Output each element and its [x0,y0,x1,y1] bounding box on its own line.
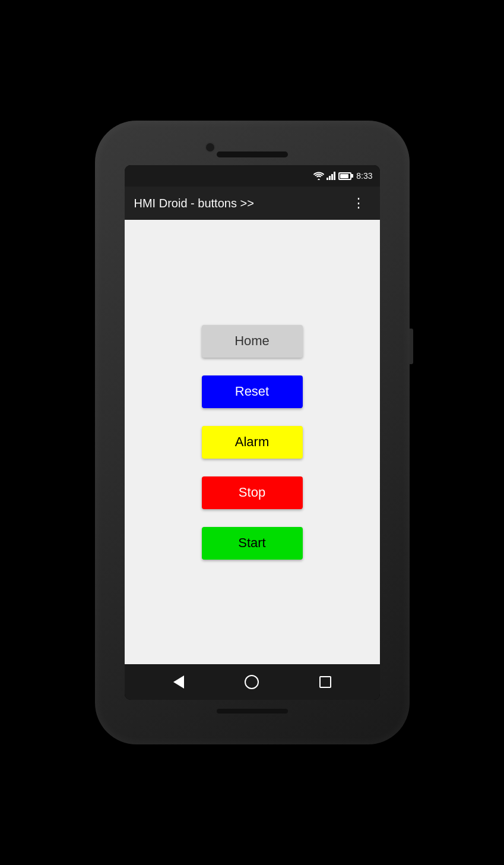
reset-button[interactable]: Reset [202,375,303,408]
start-button[interactable]: Start [202,527,303,560]
back-nav-button[interactable] [168,671,189,693]
status-bar: 8:33 [125,165,380,187]
battery-icon [338,172,351,180]
wifi-icon [313,172,324,180]
back-triangle-icon [173,675,184,689]
recents-square-icon [319,676,331,688]
home-circle-icon [245,675,259,689]
home-button[interactable]: Home [202,325,303,358]
alarm-button[interactable]: Alarm [202,426,303,459]
app-bar: HMI Droid - buttons >> ⋮ [125,187,380,220]
signal-icon [327,172,336,180]
main-content: Home Reset Alarm Stop Start [125,220,380,664]
phone-device: 8:33 HMI Droid - buttons >> ⋮ Home Reset… [95,121,410,744]
phone-screen: 8:33 HMI Droid - buttons >> ⋮ Home Reset… [125,165,380,700]
status-time: 8:33 [356,171,372,181]
home-nav-button[interactable] [241,671,262,693]
stop-button[interactable]: Stop [202,476,303,509]
svg-rect-0 [327,178,328,180]
front-camera [205,142,215,153]
recents-nav-button[interactable] [315,671,336,693]
app-title: HMI Droid - buttons >> [134,197,347,210]
more-options-icon[interactable]: ⋮ [347,193,370,213]
battery-fill [340,174,348,178]
svg-rect-3 [334,172,335,180]
nav-bar [125,664,380,700]
svg-rect-1 [329,176,331,180]
svg-rect-2 [331,174,333,180]
status-icons: 8:33 [313,171,372,181]
side-button [410,329,413,364]
